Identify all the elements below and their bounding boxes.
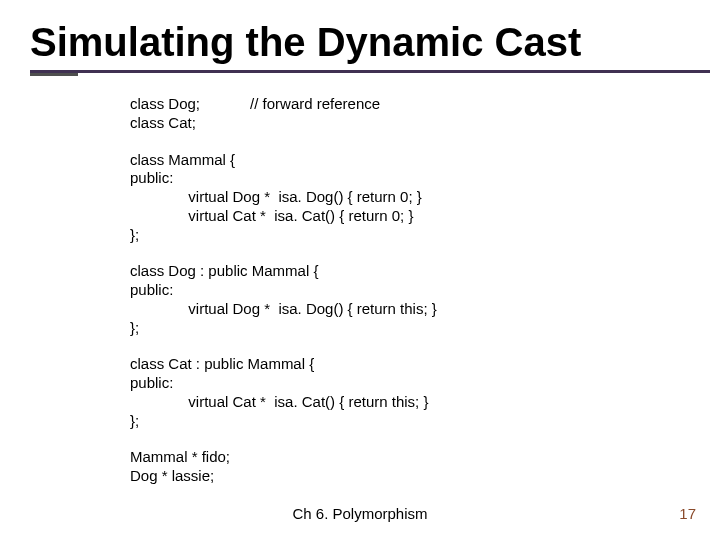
title-text: Simulating the Dynamic Cast bbox=[30, 20, 581, 64]
code-line: Dog * lassie; bbox=[130, 467, 214, 484]
code-line: Mammal * fido; bbox=[130, 448, 230, 465]
title-container: Simulating the Dynamic Cast bbox=[30, 20, 710, 73]
code-block-2: class Mammal { public: virtual Dog * isa… bbox=[130, 151, 650, 245]
code-line: virtual Cat * isa. Cat() { return 0; } bbox=[130, 207, 413, 224]
code-line: virtual Dog * isa. Dog() { return 0; } bbox=[130, 188, 422, 205]
code-line: class Mammal { bbox=[130, 151, 235, 168]
title-accent-bar bbox=[30, 73, 78, 76]
code-line: virtual Cat * isa. Cat() { return this; … bbox=[130, 393, 428, 410]
code-line: }; bbox=[130, 412, 139, 429]
code-line: }; bbox=[130, 319, 139, 336]
footer-chapter: Ch 6. Polymorphism bbox=[0, 505, 720, 522]
code-line: class Cat; bbox=[130, 114, 196, 131]
code-line: class Dog; // forward reference bbox=[130, 95, 380, 112]
code-block-5: Mammal * fido; Dog * lassie; bbox=[130, 448, 650, 486]
code-line: virtual Dog * isa. Dog() { return this; … bbox=[130, 300, 437, 317]
footer-page-number: 17 bbox=[679, 505, 696, 522]
code-line: class Cat : public Mammal { bbox=[130, 355, 314, 372]
code-block-1: class Dog; // forward reference class Ca… bbox=[130, 95, 650, 133]
code-line: public: bbox=[130, 281, 173, 298]
code-line: public: bbox=[130, 374, 173, 391]
slide-body: class Dog; // forward reference class Ca… bbox=[130, 95, 650, 504]
code-line: public: bbox=[130, 169, 173, 186]
code-block-4: class Cat : public Mammal { public: virt… bbox=[130, 355, 650, 430]
slide-title: Simulating the Dynamic Cast bbox=[30, 20, 710, 73]
code-line: class Dog : public Mammal { bbox=[130, 262, 318, 279]
code-line: }; bbox=[130, 226, 139, 243]
code-block-3: class Dog : public Mammal { public: virt… bbox=[130, 262, 650, 337]
